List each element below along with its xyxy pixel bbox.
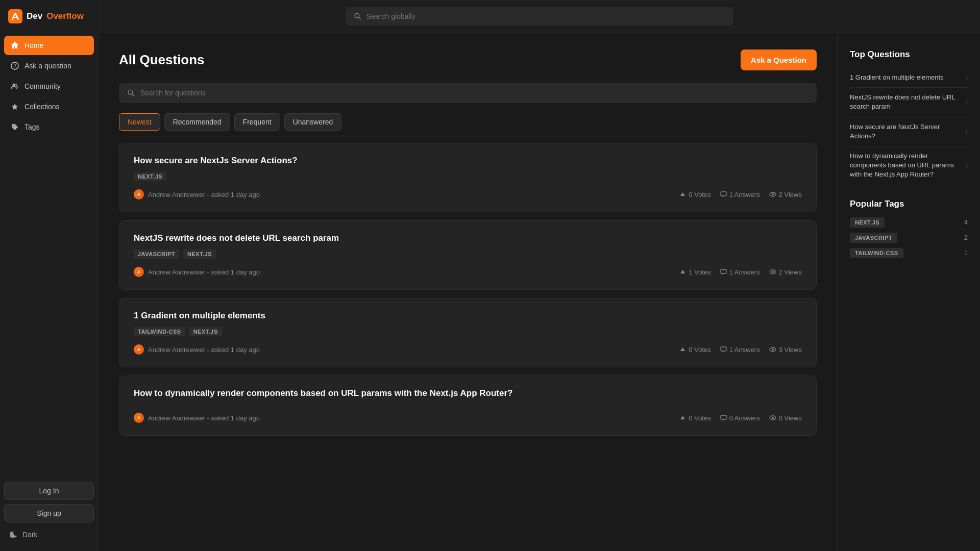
sidebar-item-community[interactable]: Community bbox=[4, 77, 94, 96]
signup-button[interactable]: Sign up bbox=[4, 504, 94, 522]
sidebar-item-collections[interactable]: Collections bbox=[4, 97, 94, 116]
answers-count: 1 Answers bbox=[729, 268, 760, 276]
top-question-text: How secure are NextJs Server Actions? bbox=[850, 122, 961, 141]
tag-list: JAVASCRIPTNEXT.JS bbox=[134, 249, 802, 259]
avatar: A bbox=[134, 413, 144, 423]
question-card: 1 Gradient on multiple elements TAILWIND… bbox=[119, 298, 817, 367]
top-question-item[interactable]: How secure are NextJs Server Actions? › bbox=[850, 117, 968, 146]
svg-text:?: ? bbox=[14, 63, 17, 69]
popular-tag-row: JAVASCRIPT 2 bbox=[850, 233, 968, 243]
views-stat: 2 Views bbox=[769, 191, 802, 198]
popular-tag[interactable]: TAILWIND-CSS bbox=[850, 248, 903, 258]
tab-frequent[interactable]: Frequent bbox=[234, 113, 280, 131]
global-search-input[interactable] bbox=[366, 12, 725, 20]
tab-recommended[interactable]: Recommended bbox=[164, 113, 230, 131]
tab-newest[interactable]: Newest bbox=[119, 113, 160, 131]
top-questions-title: Top Questions bbox=[850, 49, 968, 60]
upvote-icon bbox=[679, 269, 686, 276]
top-question-item[interactable]: NextJS rewrite does not delete URL searc… bbox=[850, 88, 968, 117]
question-stats: 1 Votes 1 Answers 2 Views bbox=[679, 268, 802, 276]
sidebar-footer: Log In Sign up Dark bbox=[0, 473, 98, 551]
votes-count: 0 Votes bbox=[689, 191, 710, 198]
eye-icon bbox=[769, 269, 776, 274]
answers-count: 1 Answers bbox=[729, 346, 760, 354]
sidebar-item-home[interactable]: Home bbox=[4, 36, 94, 55]
popular-tag-row: TAILWIND-CSS 1 bbox=[850, 248, 968, 258]
question-meta: A Andrew Andrewwer - asked 1 day ago 0 V… bbox=[134, 189, 802, 199]
svg-rect-21 bbox=[721, 415, 726, 419]
votes-stat: 1 Votes bbox=[679, 268, 710, 276]
sidebar-item-tags[interactable]: Tags bbox=[4, 117, 94, 137]
views-count: 2 Views bbox=[779, 268, 802, 276]
votes-stat: 0 Votes bbox=[679, 346, 710, 354]
question-stats: 0 Votes 1 Answers 2 Views bbox=[679, 191, 802, 198]
question-author: A Andrew Andrewwer - asked 1 day ago bbox=[134, 267, 260, 277]
sidebar-community-label: Community bbox=[24, 82, 61, 90]
global-search-container bbox=[346, 7, 733, 26]
question-stats: 0 Votes 0 Answers 0 Views bbox=[679, 414, 802, 422]
logo: DevOverflow bbox=[0, 0, 98, 36]
ask-question-button[interactable]: Ask a Question bbox=[741, 49, 817, 70]
question-author: A Andrew Andrewwer - asked 1 day ago bbox=[134, 344, 260, 355]
global-search-icon bbox=[354, 12, 361, 20]
question-card: How secure are NextJs Server Actions? NE… bbox=[119, 143, 817, 212]
votes-count: 0 Votes bbox=[689, 346, 710, 354]
svg-point-3 bbox=[13, 84, 15, 86]
question-stats: 0 Votes 1 Answers 3 Views bbox=[679, 346, 802, 354]
ask-icon: ? bbox=[10, 61, 19, 70]
comment-icon bbox=[720, 346, 727, 353]
question-tag[interactable]: NEXT.JS bbox=[189, 327, 222, 336]
dark-label: Dark bbox=[22, 531, 38, 539]
top-question-text: How to dynamically render components bas… bbox=[850, 152, 961, 180]
popular-tag[interactable]: JAVASCRIPT bbox=[850, 233, 897, 243]
question-meta: A Andrew Andrewwer - asked 1 day ago 0 V… bbox=[134, 344, 802, 355]
popular-tags-section: Popular Tags NEXT.JS 4 JAVASCRIPT 2 TAIL… bbox=[850, 199, 968, 258]
question-card: NextJS rewrite does not delete URL searc… bbox=[119, 220, 817, 290]
author-name: Andrew Andrewwer - asked 1 day ago bbox=[148, 191, 260, 198]
sidebar-nav: Home ? Ask a question Community Collecti… bbox=[0, 36, 98, 473]
question-title[interactable]: NextJS rewrite does not delete URL searc… bbox=[134, 233, 802, 243]
popular-tags-title: Popular Tags bbox=[850, 199, 968, 209]
question-tag[interactable]: NEXT.JS bbox=[183, 249, 216, 259]
question-meta: A Andrew Andrewwer - asked 1 day ago 0 V… bbox=[134, 413, 802, 423]
author-name: Andrew Andrewwer - asked 1 day ago bbox=[148, 346, 260, 354]
eye-icon bbox=[769, 347, 776, 352]
popular-tag[interactable]: NEXT.JS bbox=[850, 217, 885, 228]
upvote-icon bbox=[679, 191, 686, 198]
svg-marker-16 bbox=[680, 347, 685, 351]
upvote-icon bbox=[679, 346, 686, 353]
main-content: All Questions Ask a Question Newest Reco… bbox=[99, 33, 837, 551]
sidebar-item-ask[interactable]: ? Ask a question bbox=[4, 56, 94, 76]
tab-unanswered[interactable]: Unanswered bbox=[284, 113, 342, 131]
moon-icon bbox=[10, 531, 18, 539]
question-tag[interactable]: JAVASCRIPT bbox=[134, 249, 179, 259]
question-tag[interactable]: NEXT.JS bbox=[134, 172, 166, 181]
question-title[interactable]: 1 Gradient on multiple elements bbox=[134, 311, 802, 321]
views-count: 3 Views bbox=[779, 346, 802, 354]
top-question-item[interactable]: How to dynamically render components bas… bbox=[850, 146, 968, 185]
content-area: All Questions Ask a Question Newest Reco… bbox=[99, 33, 980, 551]
upvote-icon bbox=[679, 415, 686, 421]
top-question-item[interactable]: 1 Gradient on multiple elements › bbox=[850, 68, 968, 88]
sidebar-ask-label: Ask a question bbox=[24, 62, 71, 70]
chevron-right-icon: › bbox=[965, 161, 968, 169]
top-question-text: 1 Gradient on multiple elements bbox=[850, 73, 961, 82]
author-name: Andrew Andrewwer - asked 1 day ago bbox=[148, 268, 260, 276]
tags-icon bbox=[10, 122, 19, 132]
question-title[interactable]: How secure are NextJs Server Actions? bbox=[134, 156, 802, 166]
filter-tabs: Newest Recommended Frequent Unanswered bbox=[119, 113, 817, 131]
login-button[interactable]: Log In bbox=[4, 482, 94, 500]
right-sidebar: Top Questions 1 Gradient on multiple ele… bbox=[837, 33, 980, 551]
question-title[interactable]: How to dynamically render components bas… bbox=[134, 388, 802, 398]
question-search-input[interactable] bbox=[140, 89, 808, 97]
comment-icon bbox=[720, 415, 727, 421]
question-tag[interactable]: TAILWIND-CSS bbox=[134, 327, 185, 336]
svg-marker-5 bbox=[12, 104, 18, 110]
tag-list: NEXT.JS bbox=[134, 172, 802, 181]
top-question-text: NextJS rewrite does not delete URL searc… bbox=[850, 93, 961, 111]
chevron-right-icon: › bbox=[965, 128, 968, 136]
svg-marker-20 bbox=[680, 416, 685, 419]
views-stat: 3 Views bbox=[769, 346, 802, 354]
dark-toggle[interactable]: Dark bbox=[4, 527, 94, 543]
eye-icon bbox=[769, 192, 776, 197]
